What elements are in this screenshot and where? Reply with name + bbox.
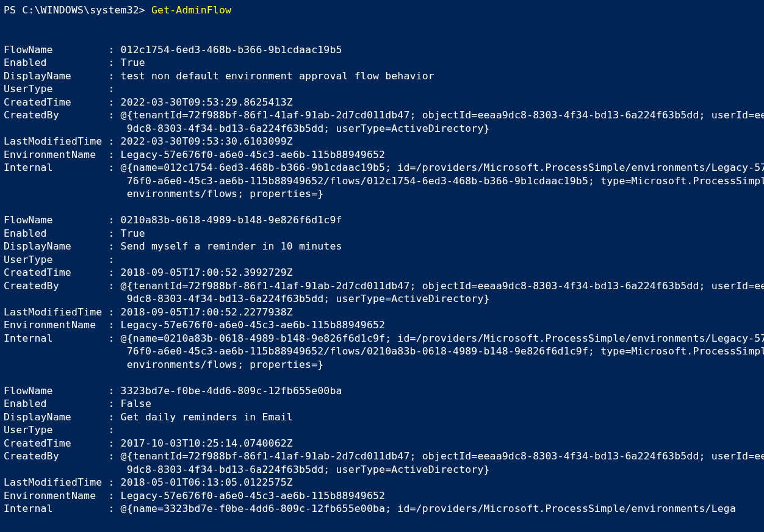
- records-output: FlowName : 012c1754-6ed3-468b-b366-9b1cd…: [4, 44, 764, 515]
- command-text: Get-AdminFlow: [151, 4, 231, 16]
- prompt-text: PS C:\WINDOWS\system32>: [4, 4, 151, 16]
- terminal-output[interactable]: PS C:\WINDOWS\system32> Get-AdminFlow Fl…: [0, 0, 764, 516]
